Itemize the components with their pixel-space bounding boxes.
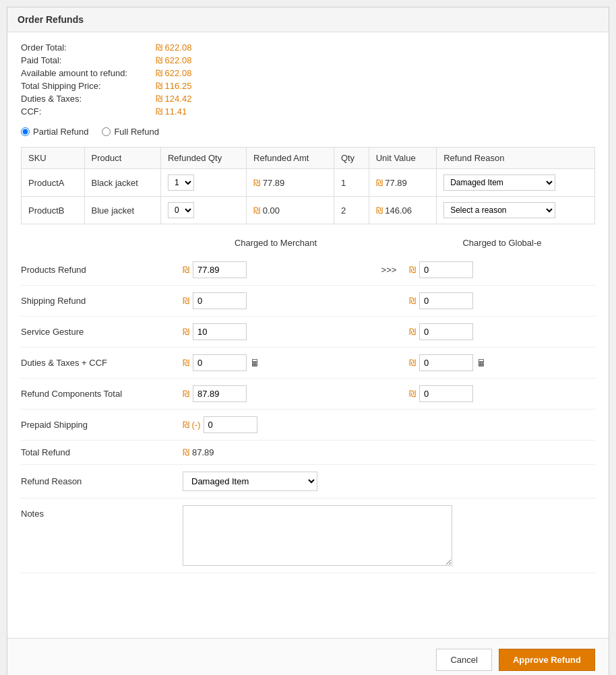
products-refund-row: Products Refund ₪ >>> ₪ [21,255,595,286]
shipping-refund-merchant: ₪ [183,292,369,309]
notes-row: Notes [21,499,595,573]
shipping-refund-label: Shipping Refund [21,296,183,306]
full-refund-text: Full Refund [114,127,158,137]
components-total-row: Refund Components Total ₪ ₪ [21,379,595,410]
full-refund-label[interactable]: Full Refund [102,127,158,137]
notes-textarea[interactable] [183,505,452,566]
order-total-value: ₪ 622.08 [156,42,191,53]
cell-unit-value: ₪ 77.89 [369,169,436,197]
refund-type-group: Partial Refund Full Refund [21,127,595,137]
prepaid-shipping-row: Prepaid Shipping ₪ (-) [21,410,595,441]
partial-refund-text: Partial Refund [33,127,88,137]
shipping-price-label: Total Shipping Price: [21,81,156,91]
cell-refunded-amt: ₪ 77.89 [247,169,334,197]
products-refund-currency-global: ₪ [409,265,416,275]
components-total-merchant: ₪ [183,385,369,402]
paid-total-label: Paid Total: [21,55,156,65]
cell-refund-reason: Select a reasonDamaged ItemWrong ItemNot… [437,169,595,197]
duties-taxes-row: Duties & Taxes: ₪ 124.42 [21,94,595,104]
products-refund-merchant-input[interactable] [193,261,247,278]
products-refund-currency-merchant: ₪ [183,265,189,275]
products-refund-global: ₪ [409,261,595,278]
charged-headers: Charged to Merchant Charged to Global-e [21,238,595,248]
order-total-label: Order Total: [21,42,156,53]
dialog-body: Order Total: ₪ 622.08 Paid Total: ₪ 622.… [7,32,609,583]
available-amount-label: Available amount to refund: [21,68,156,78]
paid-total-value: ₪ 622.08 [156,55,191,65]
components-total-merchant-input[interactable] [193,385,247,402]
cancel-button[interactable]: Cancel [436,649,491,671]
charged-global-header: Charged to Global-e [409,238,595,248]
duties-ccf-row: Duties & Taxes + CCF ₪ 🖩 ₪ 🖩 [21,348,595,379]
components-total-global-input[interactable] [419,385,473,402]
calc-icon-global[interactable]: 🖩 [476,358,486,368]
cell-qty: 2 [334,197,369,224]
col-refund-reason: Refund Reason [437,148,595,169]
col-sku: SKU [22,148,85,169]
service-gesture-merchant: ₪ [183,323,369,340]
components-total-currency-global: ₪ [409,389,416,399]
calc-icon-merchant[interactable]: 🖩 [250,358,259,368]
shipping-refund-global: ₪ [409,292,595,309]
ccf-value: ₪ 11.41 [156,106,187,117]
cell-product: Blue jacket [84,197,160,224]
ccf-row: CCF: ₪ 11.41 [21,106,595,117]
notes-label: Notes [21,505,183,519]
dialog-footer: Cancel Approve Refund [7,638,609,675]
service-gesture-global-input[interactable] [419,323,473,340]
ccf-label: CCF: [21,106,156,117]
service-gesture-row: Service Gesture ₪ ₪ [21,317,595,348]
partial-refund-label[interactable]: Partial Refund [21,127,88,137]
components-total-label: Refund Components Total [21,389,183,399]
order-refunds-dialog: Order Refunds Order Total: ₪ 622.08 Paid… [7,7,609,675]
total-refund-currency: ₪ [183,447,189,457]
shipping-price-value: ₪ 116.25 [156,81,191,91]
row-refund-reason-select[interactable]: Select a reasonDamaged ItemWrong ItemNot… [443,202,555,218]
col-refunded-qty: Refunded Qty [160,148,246,169]
row-refund-reason-select[interactable]: Select a reasonDamaged ItemWrong ItemNot… [443,174,555,191]
cell-refunded-amt: ₪ 0.00 [247,197,334,224]
duties-ccf-label: Duties & Taxes + CCF [21,358,183,368]
refund-reason-select[interactable]: Damaged ItemWrong ItemNot as DescribedCu… [183,472,317,491]
duties-taxes-label: Duties & Taxes: [21,94,156,104]
service-gesture-merchant-input[interactable] [193,323,247,340]
shipping-price-row: Total Shipping Price: ₪ 116.25 [21,81,595,91]
shipping-refund-global-input[interactable] [419,292,473,309]
products-refund-merchant: ₪ [183,261,369,278]
duties-taxes-value: ₪ 124.42 [156,94,191,104]
available-amount-row: Available amount to refund: ₪ 622.08 [21,68,595,78]
total-refund-value-group: ₪ 87.89 [183,447,214,457]
dialog-title: Order Refunds [7,7,609,32]
duties-ccf-currency-global: ₪ [409,358,416,368]
components-total-currency-merchant: ₪ [183,389,189,399]
refund-reason-row: Refund Reason Damaged ItemWrong ItemNot … [21,465,595,499]
total-refund-amount: 87.89 [192,447,214,457]
col-qty: Qty [334,148,369,169]
paid-total-row: Paid Total: ₪ 622.08 [21,55,595,65]
duties-ccf-global-input[interactable] [419,354,473,371]
table-row: ProductABlack jacket012₪ 77.891₪ 77.89Se… [22,169,595,197]
duties-ccf-merchant-input[interactable] [193,354,247,371]
available-amount-value: ₪ 622.08 [156,68,191,78]
service-gesture-global: ₪ [409,323,595,340]
full-refund-radio[interactable] [102,127,111,136]
components-total-global: ₪ [409,385,595,402]
shipping-refund-currency-global: ₪ [409,296,416,306]
prepaid-shipping-input[interactable] [204,416,257,433]
service-gesture-currency-merchant: ₪ [183,327,189,337]
col-unit-value: Unit Value [369,148,436,169]
total-refund-row: Total Refund ₪ 87.89 [21,441,595,465]
partial-refund-radio[interactable] [21,127,30,136]
cell-unit-value: ₪ 146.06 [369,197,436,224]
shipping-refund-merchant-input[interactable] [193,292,247,309]
summary-section: Order Total: ₪ 622.08 Paid Total: ₪ 622.… [21,42,595,117]
service-gesture-currency-global: ₪ [409,327,416,337]
shipping-refund-currency-merchant: ₪ [183,296,189,306]
qty-select[interactable]: 012 [168,174,194,191]
approve-refund-button[interactable]: Approve Refund [499,649,595,671]
qty-select[interactable]: 012 [168,202,194,218]
cell-refund-reason: Select a reasonDamaged ItemWrong ItemNot… [437,197,595,224]
products-table: SKU Product Refunded Qty Refunded Amt Qt… [21,147,595,224]
cell-qty: 1 [334,169,369,197]
products-refund-global-input[interactable] [419,261,473,278]
